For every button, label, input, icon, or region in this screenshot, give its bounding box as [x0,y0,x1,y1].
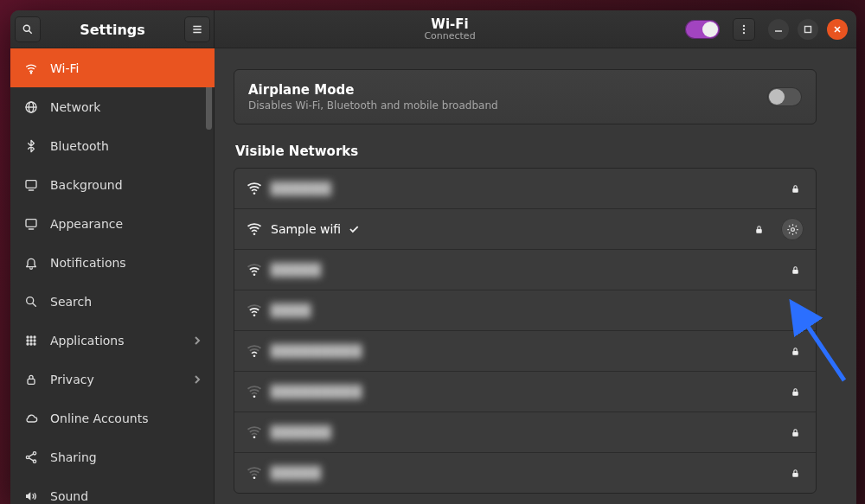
network-name: █████████ [271,385,362,399]
sidebar-item-label: Appearance [50,217,201,231]
svg-rect-49 [792,391,798,395]
network-row[interactable]: █████ [234,452,816,493]
svg-point-50 [253,436,256,438]
airplane-mode-title: Airplane Mode [248,82,757,98]
cloud-icon [24,411,38,425]
page-title-block: Wi-Fi Connected [215,17,685,42]
svg-point-29 [30,343,32,345]
chevron-right-icon [194,335,201,346]
network-list: ██████Sample wifi███████████████████████… [234,168,817,494]
bluetooth-icon [24,139,38,153]
lock-icon [790,386,804,398]
sidebar-item-label: Applications [50,334,182,348]
network-row[interactable]: █████ [234,249,816,290]
network-row[interactable]: █████████ [234,371,816,411]
svg-point-27 [34,340,35,341]
svg-point-28 [27,343,29,345]
svg-point-46 [253,354,256,357]
sidebar-item-applications[interactable]: Applications [10,321,215,360]
sidebar-item-bluetooth[interactable]: Bluetooth [10,126,215,165]
sidebar-item-label: Bluetooth [50,139,201,153]
page-status: Connected [424,31,475,41]
speaker-icon [24,489,38,503]
svg-point-37 [253,192,256,195]
lock-icon [790,305,804,316]
hamburger-menu-button[interactable] [184,16,210,42]
svg-point-44 [253,314,256,316]
wifi-master-toggle[interactable] [685,20,720,39]
lock-icon [790,183,804,195]
title-bar: Settings Wi-Fi Connected [10,10,856,48]
svg-point-52 [253,476,256,479]
airplane-mode-toggle[interactable] [767,87,802,106]
sidebar-item-background[interactable]: Background [10,165,215,204]
grid-icon [24,334,38,348]
minimize-icon [774,25,783,34]
svg-rect-31 [28,379,35,384]
sidebar-item-appearance[interactable]: Appearance [10,204,215,243]
visible-networks-heading: Visible Networks [235,144,815,159]
svg-rect-38 [792,188,798,192]
wifi-icon [24,61,38,75]
close-button[interactable] [827,19,848,40]
app-title: Settings [45,22,180,38]
network-name: Sample wifi [271,222,341,236]
wifi-signal-icon [247,426,262,439]
svg-point-12 [30,72,31,73]
sidebar-item-label: Sharing [50,450,201,464]
svg-rect-40 [756,228,762,233]
lock-icon [753,224,767,235]
sidebar: Wi-FiNetworkBluetoothBackgroundAppearanc… [10,48,215,504]
airplane-mode-card: Airplane Mode Disables Wi-Fi, Bluetooth … [234,69,817,124]
sidebar-item-label: Network [50,100,201,114]
sidebar-item-label: Background [50,178,201,192]
search-icon [24,295,38,309]
network-row[interactable]: ██████ [234,411,816,452]
maximize-button[interactable] [798,19,818,40]
sidebar-item-search[interactable]: Search [10,282,215,321]
minimize-button[interactable] [768,19,789,40]
globe-icon [24,100,38,114]
svg-line-35 [29,454,33,456]
network-settings-button[interactable] [781,218,804,240]
svg-rect-9 [805,27,811,33]
wifi-signal-icon [247,304,262,317]
kebab-icon [738,23,750,35]
gear-icon [786,223,799,236]
search-icon [22,23,34,35]
network-name: █████ [271,263,322,277]
display-icon [24,217,38,231]
sidebar-item-online-accounts[interactable]: Online Accounts [10,399,215,437]
lock-icon [790,427,804,438]
network-row[interactable]: ██████ [234,169,816,208]
svg-point-6 [743,29,745,30]
sidebar-item-network[interactable]: Network [10,87,215,126]
svg-rect-16 [26,180,36,188]
sidebar-item-label: Notifications [50,256,201,270]
sidebar-item-privacy[interactable]: Privacy [10,360,215,399]
bell-icon [24,256,38,270]
hamburger-icon [191,23,203,35]
network-row[interactable]: █████████ [234,330,816,371]
svg-point-22 [27,336,29,338]
kebab-menu-button[interactable] [733,18,755,41]
sidebar-item-wi-fi[interactable]: Wi-Fi [10,48,215,87]
sidebar-item-notifications[interactable]: Notifications [10,243,215,282]
svg-point-30 [34,343,35,345]
network-row[interactable]: ████ [234,290,816,330]
network-name: ██████ [271,425,332,439]
sidebar-item-sound[interactable]: Sound [10,476,215,504]
svg-point-48 [253,395,256,398]
network-row[interactable]: Sample wifi [234,208,816,249]
svg-point-23 [30,336,32,338]
lock-icon [790,346,804,357]
sidebar-item-label: Sound [50,489,201,503]
svg-point-24 [34,336,35,338]
settings-window: Settings Wi-Fi Connected [10,10,856,504]
svg-line-36 [29,457,33,460]
lock-icon [24,373,38,386]
svg-point-5 [743,25,745,27]
search-button[interactable] [15,16,41,42]
sidebar-item-sharing[interactable]: Sharing [10,437,215,476]
svg-rect-45 [792,309,798,314]
